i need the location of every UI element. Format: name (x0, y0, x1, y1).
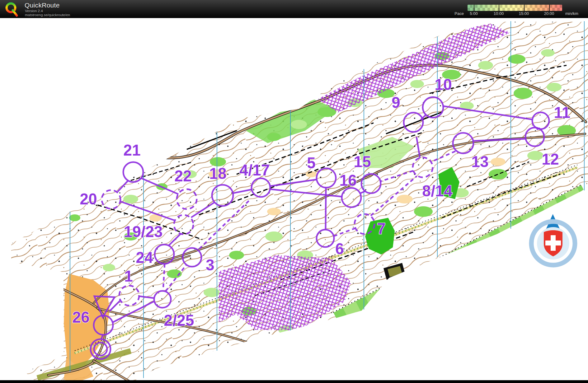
control-number: 21 (123, 142, 141, 159)
pace-tick-label: 5:00 (470, 11, 477, 16)
control-number: 3 (206, 256, 214, 274)
map-canvas[interactable]: 12/2534/175678/1491011121315161819/23202… (0, 0, 588, 383)
control-number: 11 (554, 104, 571, 121)
pace-tick-label: 20:00 (544, 11, 554, 16)
control-number: 5 (307, 154, 316, 172)
control-number: 1 (124, 268, 133, 285)
pace-label: Pace (446, 11, 464, 16)
control-number: 7 (377, 220, 386, 237)
control-number: 26 (72, 309, 90, 326)
control-number: 22 (174, 167, 192, 185)
control-number: 12 (542, 151, 559, 168)
control-number: 4/17 (239, 161, 270, 179)
control-number: 24 (136, 249, 153, 266)
app-version: Version 2.4 (25, 9, 43, 13)
title-bar: QuickRoute Version 2.4 matstroeng.se/qui… (0, 0, 588, 18)
control-number: 9 (392, 94, 400, 111)
pace-unit-label: min/km (565, 11, 578, 16)
control-number: 10 (435, 76, 452, 93)
control-number: 18 (209, 165, 227, 182)
control-number: 20 (80, 190, 97, 208)
pace-tick-label: 10:00 (494, 11, 504, 16)
control-number: 13 (471, 153, 489, 170)
control-number: 8/14 (422, 182, 453, 200)
control-number: 2/25 (164, 312, 194, 329)
control-number: 15 (354, 153, 371, 170)
quickroute-logo-icon (4, 2, 19, 17)
bottom-border (0, 380, 588, 383)
pace-gradient-bar[interactable] (468, 5, 562, 11)
control-number: 19/23 (124, 223, 162, 241)
quickroute-window: { "header": { "app_title": "QuickRoute",… (0, 0, 588, 383)
pace-tick-label: 15:00 (519, 11, 529, 16)
control-number: 6 (335, 240, 344, 258)
app-url[interactable]: matstroeng.se/quickroute/en (25, 13, 70, 17)
app-title: QuickRoute (25, 2, 60, 9)
control-number: 16 (339, 172, 357, 189)
